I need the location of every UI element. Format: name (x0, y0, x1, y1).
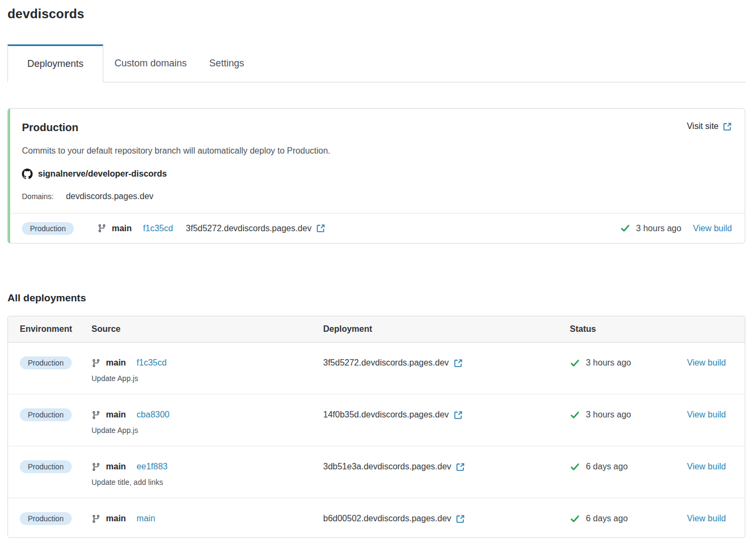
commit-link[interactable]: f1c35cd (136, 358, 166, 368)
commit-message: Update title, add links (91, 478, 323, 486)
col-deployment: Deployment (323, 324, 570, 334)
table-row: Production main cba8300 Update App.js 14… (8, 394, 745, 446)
deploy-time: 3 hours ago (586, 358, 631, 368)
commit-link[interactable]: cba8300 (136, 410, 169, 420)
status-cell: 6 days ago (570, 511, 687, 526)
commit-message: Update App.js (91, 374, 323, 383)
environment-cell: Production (20, 511, 91, 526)
pages-project-page: devdiscords Deployments Custom domains S… (0, 0, 756, 538)
deploy-time: 3 hours ago (636, 224, 682, 233)
production-heading: Production (22, 121, 79, 134)
deployment-url: b6d00502.devdiscords.pages.dev (323, 514, 451, 523)
tab-custom-domains[interactable]: Custom domains (103, 44, 198, 82)
tab-bar: Deployments Custom domains Settings (7, 44, 745, 82)
all-deployments-heading: All deployments (7, 292, 745, 304)
commit-message: Update App.js (91, 426, 323, 435)
status-cell: 3 hours ago (570, 355, 687, 370)
environment-badge: Production (20, 408, 72, 421)
external-link-icon[interactable] (454, 410, 463, 420)
repo-name: signalnerve/developer-discords (38, 169, 167, 179)
success-check-icon (570, 358, 580, 368)
production-card: Production Visit site Commits to your de… (7, 108, 745, 244)
commit-link[interactable]: ee1f883 (136, 462, 167, 472)
production-description: Commits to your default repository branc… (22, 146, 732, 156)
branch-name: main (112, 224, 132, 233)
deployment-url: 3f5d5272.devdiscords.pages.dev (323, 358, 449, 368)
domains-label: Domains: (22, 192, 54, 201)
branch-name: main (106, 358, 126, 368)
environment-badge: Production (20, 460, 72, 473)
view-build-link[interactable]: View build (687, 410, 726, 420)
environment-cell: Production (20, 355, 91, 370)
external-link-icon[interactable] (454, 359, 463, 368)
view-build-link[interactable]: View build (687, 514, 726, 523)
external-link-icon[interactable] (456, 462, 465, 472)
environment-badge: Production (20, 512, 72, 525)
deployment-cell: b6d00502.devdiscords.pages.dev (323, 511, 570, 526)
external-link-icon[interactable] (316, 224, 325, 233)
branch-name: main (106, 514, 126, 523)
source-cell: main main (91, 511, 323, 526)
source-cell: main f1c35cd Update App.js (91, 355, 323, 383)
deployment-cell: 14f0b35d.devdiscords.pages.dev (323, 407, 570, 422)
success-check-icon (570, 514, 580, 524)
production-deployment-row: Production main f1c35cd 3f5d5272.devdisc… (10, 213, 745, 243)
deployment-url: 14f0b35d.devdiscords.pages.dev (323, 410, 449, 420)
git-branch-icon (91, 410, 101, 420)
view-build-cell: View build (687, 355, 733, 370)
git-branch-icon (91, 359, 101, 368)
deployment-url: 3db51e3a.devdiscords.pages.dev (323, 462, 451, 472)
table-row: Production main f1c35cd Update App.js 3f… (8, 343, 745, 394)
deployment-cell: 3f5d5272.devdiscords.pages.dev (323, 355, 570, 370)
view-build-link[interactable]: View build (693, 224, 732, 233)
external-link-icon[interactable] (456, 514, 465, 523)
col-environment: Environment (20, 324, 91, 334)
deploy-time: 6 days ago (586, 514, 628, 523)
external-link-icon (723, 122, 732, 131)
domains-value: devdiscords.pages.dev (66, 192, 154, 201)
github-mark-icon (22, 169, 33, 179)
source-cell: main ee1f883 Update title, add links (91, 459, 323, 486)
table-header-row: Environment Source Deployment Status (8, 316, 745, 343)
source-cell: main cba8300 Update App.js (91, 407, 323, 435)
environment-cell: Production (20, 407, 91, 422)
status-cell: 6 days ago (570, 459, 687, 474)
deployments-table: Environment Source Deployment Status Pro… (7, 316, 745, 538)
git-branch-icon (97, 224, 106, 233)
git-branch-icon (91, 514, 101, 523)
visit-site-link[interactable]: Visit site (687, 121, 732, 131)
success-check-icon (620, 223, 630, 233)
table-row: Production main ee1f883 Update title, ad… (8, 446, 745, 498)
success-check-icon (570, 410, 580, 420)
deploy-time: 3 hours ago (586, 410, 631, 420)
visit-site-label: Visit site (687, 121, 719, 131)
view-build-cell: View build (687, 407, 733, 422)
environment-badge: Production (20, 356, 72, 369)
git-branch-icon (91, 462, 101, 472)
deploy-time: 6 days ago (586, 462, 628, 472)
col-status: Status (570, 324, 687, 334)
commit-link[interactable]: main (136, 514, 155, 523)
status-cell: 3 hours ago (570, 407, 687, 422)
tab-settings[interactable]: Settings (198, 44, 255, 82)
branch-name: main (106, 410, 126, 420)
deployment-cell: 3db51e3a.devdiscords.pages.dev (323, 459, 570, 474)
view-build-cell: View build (687, 459, 733, 474)
tab-deployments[interactable]: Deployments (7, 44, 103, 82)
view-build-link[interactable]: View build (687, 462, 726, 472)
view-build-cell: View build (687, 511, 733, 526)
deployment-url: 3f5d5272.devdiscords.pages.dev (186, 224, 311, 233)
col-source: Source (91, 324, 323, 334)
branch-name: main (106, 462, 126, 472)
environment-badge: Production (22, 222, 74, 235)
view-build-link[interactable]: View build (687, 358, 726, 368)
success-check-icon (570, 462, 580, 472)
commit-link[interactable]: f1c35cd (143, 224, 173, 233)
environment-cell: Production (20, 459, 91, 474)
table-row: Production main main b6d00502.devdiscord… (8, 498, 745, 537)
page-title: devdiscords (7, 6, 745, 21)
